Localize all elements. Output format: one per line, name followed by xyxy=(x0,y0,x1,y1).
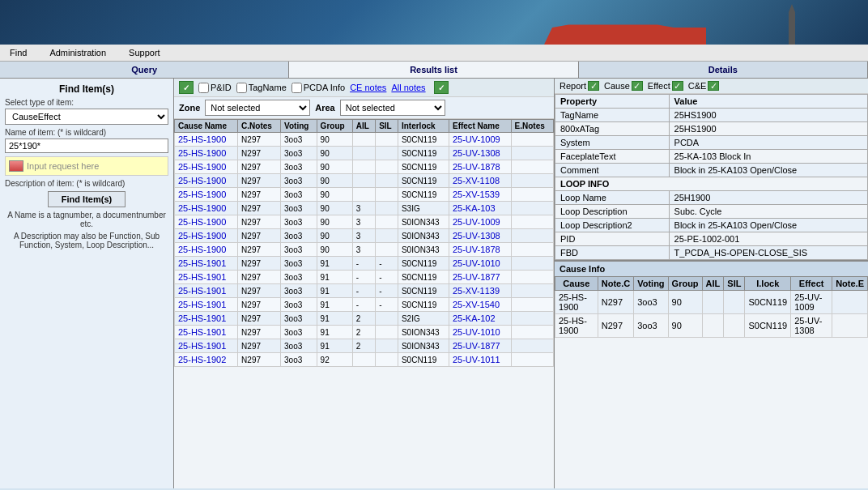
effect-link[interactable]: 25-UV-1878 xyxy=(453,162,500,172)
cell-cause[interactable]: 25-HS-1900 xyxy=(175,202,238,215)
cell-effect[interactable]: 25-UV-1308 xyxy=(449,229,511,243)
effect-link[interactable]: 25-UV-1010 xyxy=(453,258,500,268)
table-row[interactable]: 25-HS-1900N2973oo390S0CN11925-UV-1009 xyxy=(175,133,554,147)
cell-effect[interactable]: 25-UV-1877 xyxy=(449,339,511,353)
table-row[interactable]: 25-HS-1901N2973oo3912S0ION34325-UV-1877 xyxy=(175,339,554,353)
effect-link[interactable]: 25-UV-1010 xyxy=(453,327,500,337)
table-row[interactable]: 25-HS-1900N2973oo390S0CN11925-UV-1308 xyxy=(175,147,554,160)
cell-effect[interactable]: 25-XV-1539 xyxy=(449,188,511,202)
tagname-checkbox-label[interactable]: TagName xyxy=(236,83,287,93)
effect-link[interactable]: 25-UV-1009 xyxy=(453,217,500,227)
cell-effect[interactable]: 25-XV-1540 xyxy=(449,298,511,312)
area-select[interactable]: Not selected xyxy=(340,100,445,116)
cell-effect[interactable]: 25-UV-1009 xyxy=(449,133,511,147)
cause-link[interactable]: 25-HS-1901 xyxy=(178,341,226,351)
effect-btn[interactable]: Effect ✓ xyxy=(648,81,683,91)
table-row[interactable]: 25-HS-1901N2973oo391--S0CN11925-XV-1540 xyxy=(175,298,554,312)
cell-cause[interactable]: 25-HS-1901 xyxy=(175,298,238,312)
cell-effect[interactable]: 25-UV-1308 xyxy=(449,147,511,160)
effect-link[interactable]: 25-UV-1878 xyxy=(453,245,500,254)
effect-link[interactable]: 25-KA-102 xyxy=(453,313,496,323)
effect-link[interactable]: 25-XV-1539 xyxy=(453,190,500,199)
table-row[interactable]: 25-HS-1901N2973oo3912S2IG25-KA-102 xyxy=(175,312,554,326)
effect-link[interactable]: 25-UV-1308 xyxy=(453,231,500,241)
cell-cause[interactable]: 25-HS-1900 xyxy=(175,147,238,160)
cell-effect[interactable]: 25-KA-103 xyxy=(449,202,511,215)
cause-btn[interactable]: Cause ✓ xyxy=(604,81,643,91)
cause-link[interactable]: 25-HS-1900 xyxy=(178,148,226,158)
cell-cause[interactable]: 25-HS-1901 xyxy=(175,326,238,339)
zone-select[interactable]: Not selected xyxy=(205,100,310,116)
cause-link[interactable]: 25-HS-1900 xyxy=(178,245,226,254)
name-input[interactable] xyxy=(5,138,168,153)
cell-cause[interactable]: 25-HS-1901 xyxy=(175,284,238,298)
cause-link[interactable]: 25-HS-1901 xyxy=(178,313,226,323)
table-row[interactable]: 25-HS-1901N2973oo391--S0CN11925-UV-1010 xyxy=(175,257,554,271)
effect-link[interactable]: 25-XV-1540 xyxy=(453,300,500,309)
cause-link[interactable]: 25-HS-1901 xyxy=(178,258,226,268)
cell-cause[interactable]: 25-HS-1900 xyxy=(175,133,238,147)
tab-query[interactable]: Query xyxy=(0,62,289,78)
cell-cause[interactable]: 25-HS-1901 xyxy=(175,339,238,353)
cause-link[interactable]: 25-HS-1900 xyxy=(178,231,226,241)
table-row[interactable]: 25-HS-1901N2973oo391--S0CN11925-UV-1877 xyxy=(175,271,554,284)
pid-checkbox[interactable] xyxy=(198,83,209,93)
results-table-wrap[interactable]: Cause Name C.Notes Voting Group AIL SIL … xyxy=(174,119,554,488)
ce-notes-link[interactable]: CE notes xyxy=(350,83,386,92)
menu-administration[interactable]: Administration xyxy=(46,47,109,58)
table-row[interactable]: 25-HS-1900N2973oo3903S0ION34325-UV-1308 xyxy=(175,229,554,243)
table-row[interactable]: 25-HS-1901N2973oo3912S0ION34325-UV-1010 xyxy=(175,326,554,339)
table-row[interactable]: 25-HS-1900N2973oo390S0CN11925-XV-1539 xyxy=(175,188,554,202)
find-button[interactable]: Find Item(s) xyxy=(48,191,126,207)
cause-link[interactable]: 25-HS-1900 xyxy=(178,203,226,213)
menu-find[interactable]: Find xyxy=(6,47,30,58)
tab-details[interactable]: Details xyxy=(579,62,868,78)
table-row[interactable]: 25-HS-1901N2973oo391--S0CN11925-XV-1139 xyxy=(175,284,554,298)
cause-link[interactable]: 25-HS-1900 xyxy=(178,176,226,185)
table-row[interactable]: 25-HS-1900N2973oo3903S3IG25-KA-103 xyxy=(175,202,554,215)
cell-effect[interactable]: 25-XV-1139 xyxy=(449,284,511,298)
cell-cause[interactable]: 25-HS-1900 xyxy=(175,229,238,243)
table-row[interactable]: 25-HS-1900N2973oo390S0CN11925-XV-1108 xyxy=(175,174,554,188)
effect-link[interactable]: 25-UV-1877 xyxy=(453,272,500,282)
cell-effect[interactable]: 25-UV-1010 xyxy=(449,326,511,339)
cause-link[interactable]: 25-HS-1900 xyxy=(178,134,226,144)
effect-link[interactable]: 25-KA-103 xyxy=(453,203,496,213)
cause-link[interactable]: 25-HS-1901 xyxy=(178,286,226,296)
export-icon-secondary[interactable]: ✓ xyxy=(434,81,449,94)
effect-link[interactable]: 25-UV-1011 xyxy=(453,355,500,364)
cause-link[interactable]: 25-HS-1901 xyxy=(178,300,226,309)
cell-cause[interactable]: 25-HS-1900 xyxy=(175,243,238,257)
table-row[interactable]: 25-HS-1902N2973oo392S0CN11925-UV-1011 xyxy=(175,353,554,367)
cell-cause[interactable]: 25-HS-1900 xyxy=(175,160,238,174)
cause-link[interactable]: 25-HS-1901 xyxy=(178,272,226,282)
all-notes-link[interactable]: All notes xyxy=(391,83,425,92)
cause-link[interactable]: 25-HS-1900 xyxy=(178,190,226,199)
details-scroll[interactable]: Property Value TagName25HS1900800xATag25… xyxy=(555,94,868,488)
effect-link[interactable]: 25-UV-1877 xyxy=(453,341,500,351)
effect-link[interactable]: 25-UV-1308 xyxy=(453,148,500,158)
export-icon-main[interactable]: ✓ xyxy=(179,81,194,94)
table-row[interactable]: 25-HS-1900N2973oo3903S0ION34325-UV-1009 xyxy=(175,215,554,229)
cause-link[interactable]: 25-HS-1900 xyxy=(178,162,226,172)
effect-link[interactable]: 25-UV-1009 xyxy=(453,134,500,144)
effect-link[interactable]: 25-XV-1139 xyxy=(453,286,500,296)
item-type-select[interactable]: CauseEffect xyxy=(5,109,168,125)
cell-cause[interactable]: 25-HS-1901 xyxy=(175,257,238,271)
cell-cause[interactable]: 25-HS-1902 xyxy=(175,353,238,367)
menu-support[interactable]: Support xyxy=(126,47,164,58)
cause-link[interactable]: 25-HS-1900 xyxy=(178,217,226,227)
cell-effect[interactable]: 25-UV-1010 xyxy=(449,257,511,271)
table-row[interactable]: 25-HS-1900N2973oo3903S0ION34325-UV-1878 xyxy=(175,243,554,257)
cell-cause[interactable]: 25-HS-1900 xyxy=(175,174,238,188)
cell-effect[interactable]: 25-UV-1877 xyxy=(449,271,511,284)
tab-results-list[interactable]: Results list xyxy=(289,62,578,78)
cell-cause[interactable]: 25-HS-1901 xyxy=(175,312,238,326)
cause-link[interactable]: 25-HS-1901 xyxy=(178,327,226,337)
report-btn[interactable]: Report ✓ xyxy=(560,81,599,91)
cell-effect[interactable]: 25-UV-1878 xyxy=(449,160,511,174)
cell-effect[interactable]: 25-UV-1009 xyxy=(449,215,511,229)
pid-checkbox-label[interactable]: P&ID xyxy=(198,83,232,93)
cell-cause[interactable]: 25-HS-1900 xyxy=(175,188,238,202)
effect-link[interactable]: 25-XV-1108 xyxy=(453,176,500,185)
